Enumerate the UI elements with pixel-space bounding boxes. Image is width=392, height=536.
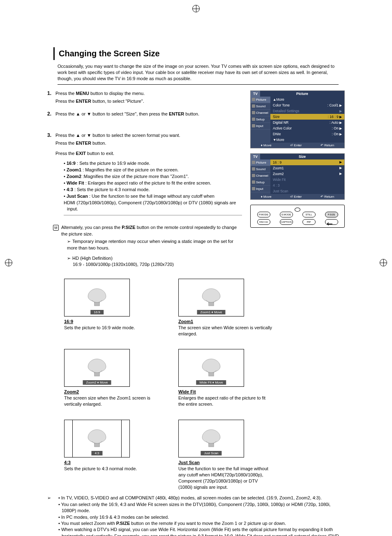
- step-number: 2.: [47, 111, 51, 117]
- svg-rect-9: [209, 373, 214, 377]
- osd-row: Active Color: On ▶: [270, 125, 344, 131]
- mode-title: Zoom2: [64, 389, 159, 394]
- mode-title: Just Scan: [178, 460, 273, 465]
- page-title: Changing the Screen Size: [59, 49, 367, 58]
- mode-bar-label: 4:3: [91, 451, 102, 455]
- step-1: 1. Press the MENU button to display the …: [47, 90, 242, 105]
- registration-mark: [192, 5, 200, 12]
- step-number: 1.: [47, 90, 51, 105]
- step-3: 3. Press the ▲ or ▼ button to select the…: [47, 132, 242, 218]
- final-note-item: • When watching a DTV's HD signal, you c…: [54, 527, 345, 536]
- osd-tab-sound: Sound: [251, 103, 270, 110]
- remote-button-caption: CAPTION: [280, 219, 293, 225]
- registration-mark: [5, 259, 12, 266]
- mode-description: Enlarges the aspect ratio of the picture…: [178, 395, 273, 407]
- mode-title: Zoom1: [178, 319, 273, 324]
- osd-tab-channel: Channel: [251, 110, 270, 116]
- mode-bar-label: Wide Fit ♦ Move: [196, 380, 226, 385]
- mode-title: 4:3: [64, 460, 159, 465]
- step-number: 3.: [47, 132, 51, 218]
- note-icon: M: [53, 225, 59, 231]
- osd-row: 16 : 9▶: [270, 159, 344, 165]
- mode-bar-label: 16:9: [90, 310, 104, 314]
- osd-return-hint: ↶ Return: [321, 143, 334, 147]
- mode-thumbnail: Wide Fit ♦ Move: [178, 349, 244, 387]
- mode-bar-label: Zoom2 ♦ Move: [83, 380, 111, 385]
- mode-widefit: Wide Fit ♦ MoveWide FitEnlarges the aspe…: [178, 349, 273, 407]
- osd-row: ▼More: [270, 137, 344, 143]
- mode-thumbnail: Zoom2 ♦ Move: [64, 349, 130, 387]
- osd-tab-picture: Picture: [251, 97, 270, 103]
- osd-row: Color Tone: Cool1 ▶: [270, 102, 344, 108]
- osd-tab-setup: Setup: [251, 116, 270, 123]
- mode-description: Use the function to see the full image w…: [178, 466, 273, 490]
- svg-rect-0: [95, 302, 100, 306]
- remote-button-pmode: P.MODE: [257, 212, 270, 217]
- osd-tab-input: Input: [251, 186, 270, 192]
- mode-4:3: 4:34:3Sets the picture to 4:3 normal mod…: [64, 420, 159, 490]
- osd-tab-setup: Setup: [251, 179, 270, 186]
- remote-button-pip: PIP: [302, 219, 316, 225]
- osd-screenshot-picture: TVPicture PictureSoundChannelSetupInput …: [250, 90, 345, 148]
- remote-button-still: STILL: [302, 212, 316, 217]
- osd-tab-sound: Sound: [251, 166, 270, 173]
- registration-mark: [380, 259, 387, 266]
- remote-button-smode: S.MODE: [280, 212, 293, 217]
- mode-thumbnail: Just Scan: [178, 420, 244, 457]
- osd-row: Wide Fit: [270, 177, 344, 183]
- hd-note: ➢HD (High Definition) 16:9 - 1080i/1080p…: [67, 255, 242, 268]
- final-note-item: • In PC modes, only 16:9 & 4:3 modes can…: [54, 514, 345, 520]
- intro-text: Occasionally, you may want to change the…: [58, 63, 339, 85]
- osd-row: Digital NR: Auto ▶: [270, 120, 344, 125]
- remote-button-favch: FAV.CH: [257, 219, 270, 225]
- mode-title: 16:9: [64, 319, 159, 324]
- mode-zoom2: Zoom2 ♦ MoveZoom2The screen size when th…: [64, 349, 159, 407]
- alternate-note: M Alternately, you can press the P.SIZE …: [53, 224, 242, 237]
- final-note-item: • In TV, VIDEO, S-VIDEO and all COMPONEN…: [54, 495, 345, 501]
- mode-thumbnail: 4:3: [64, 420, 130, 457]
- svg-rect-3: [209, 302, 214, 306]
- osd-tab-picture: Picture: [251, 159, 270, 166]
- osd-move-hint: ♦ Move: [261, 143, 272, 147]
- retention-note: ➢Temporary image retention may occur whe…: [67, 238, 242, 251]
- mode-thumbnail: 16:9: [64, 279, 130, 317]
- mode-description: Sets the picture to 16:9 wide mode.: [64, 325, 159, 331]
- svg-rect-6: [95, 373, 100, 377]
- osd-row: Detailed Settings ▶: [270, 108, 344, 114]
- mode-16:9: 16:916:9Sets the picture to 16:9 wide mo…: [64, 279, 159, 337]
- osd-tab-input: Input: [251, 123, 270, 129]
- section-heading: Changing the Screen Size: [53, 47, 367, 60]
- osd-row: 4 : 3: [270, 183, 344, 188]
- mode-bar-label: Zoom1 ♦ Move: [197, 310, 226, 314]
- mode-zoom1: Zoom1 ♦ MoveZoom1The screen size when Wi…: [178, 279, 273, 337]
- final-notes: ➢ • In TV, VIDEO, S-VIDEO and all COMPON…: [47, 495, 345, 536]
- mode-justscan: Just ScanJust ScanUse the function to se…: [178, 420, 273, 490]
- osd-row: Zoom2▶: [270, 171, 344, 177]
- osd-row: Size: 16 : 9 ▶: [270, 114, 344, 120]
- mode-description: The screen size when the Zoom1 screen is…: [64, 395, 159, 407]
- mode-bar-label: Just Scan: [201, 451, 221, 455]
- mode-title: Wide Fit: [178, 389, 273, 394]
- osd-enter-hint: ⏎ Enter: [290, 143, 302, 147]
- final-note-item: • You can select only the 16:9, 4:3 and …: [54, 501, 345, 514]
- osd-row: DNIe: On ▶: [270, 131, 344, 137]
- osd-row: Just Scan: [270, 188, 344, 194]
- osd-row: ▲More: [270, 97, 344, 102]
- svg-rect-15: [209, 443, 214, 447]
- svg-rect-12: [95, 443, 100, 447]
- size-options-list: • 16:9 : Sets the picture to 16:9 wide m…: [64, 160, 242, 216]
- mode-description: The screen size when Wide screen is vert…: [178, 325, 273, 337]
- osd-screenshot-size: TVSize PictureSoundChannelSetupInput 16 …: [250, 153, 345, 200]
- remote-illustration: P.MODES.MODESTILLP.SIZE FAV.CHCAPTIONPIP…: [250, 205, 345, 228]
- mode-description: Sets the picture to 4:3 normal mode.: [64, 466, 159, 472]
- step-2: 2. Press the ▲ or ▼ button to select "Si…: [47, 111, 242, 117]
- mode-thumbnail: Zoom1 ♦ Move: [178, 279, 244, 317]
- final-note-item: • You must select Zoom with P.SIZE butto…: [54, 520, 345, 527]
- osd-tab-channel: Channel: [251, 173, 270, 179]
- osd-row: Zoom1▶: [270, 165, 344, 171]
- remote-button-psize: P.SIZE: [325, 212, 338, 217]
